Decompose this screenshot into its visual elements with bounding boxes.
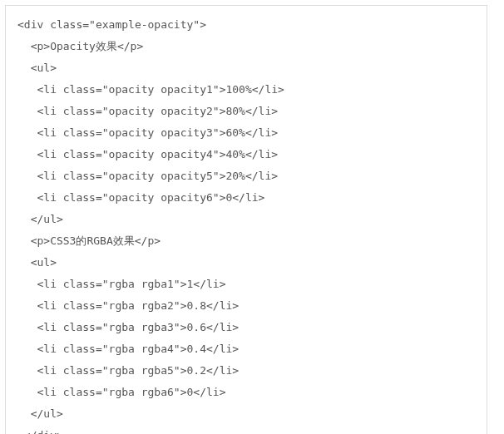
code-line: </ul> [17,407,63,420]
code-line: <li class="opacity opacity2">80%</li> [17,105,278,117]
code-line: <div class="example-opacity"> [17,18,206,31]
code-line: <p>Opacity效果</p> [17,40,143,52]
code-line: <ul> [17,62,57,74]
code-line: </div> [17,429,63,434]
code-line: <ul> [17,256,57,269]
code-line: <li class="rgba rgba4">0.4</li> [17,343,239,355]
code-line: <li class="rgba rgba3">0.6</li> [17,321,239,333]
code-line: <li class="opacity opacity6">0</li> [17,191,264,204]
code-block: <div class="example-opacity"> <p>Opacity… [5,5,487,434]
code-line: <li class="opacity opacity5">20%</li> [17,170,278,182]
code-line: <li class="opacity opacity3">60%</li> [17,126,278,139]
code-line: <li class="rgba rgba2">0.8</li> [17,299,239,312]
code-line: <li class="rgba rgba6">0</li> [17,386,225,398]
code-line: <p>CSS3的RGBA效果</p> [17,234,161,247]
code-line: <li class="opacity opacity1">100%</li> [17,83,284,96]
code-line: <li class="rgba rgba1">1</li> [17,278,225,290]
code-line: </ul> [17,213,63,225]
code-line: <li class="opacity opacity4">40%</li> [17,148,278,160]
code-line: <li class="rgba rgba5">0.2</li> [17,364,239,377]
